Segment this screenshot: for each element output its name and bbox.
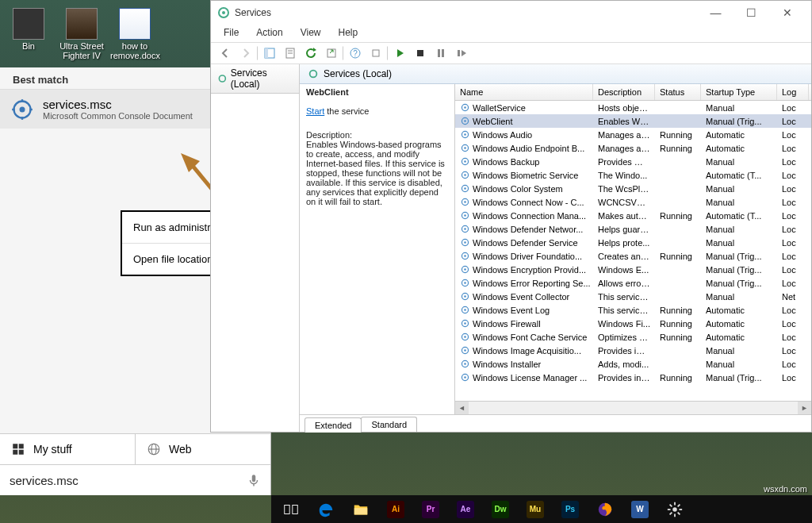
service-row[interactable]: Windows Defender Networ...Helps guard...… — [455, 222, 811, 236]
svg-point-35 — [219, 75, 225, 82]
taskbar-settings[interactable] — [658, 497, 691, 522]
svg-rect-32 — [442, 49, 444, 57]
service-row[interactable]: Windows Encryption Provid...Windows E...… — [455, 263, 811, 276]
taskbar-photoshop[interactable]: Ps — [553, 497, 587, 522]
desktop-icon-game[interactable]: Ultra Street Fighter IV — [57, 8, 106, 60]
tab-extended[interactable]: Extended — [304, 417, 362, 433]
list-header: Services (Local) — [300, 64, 811, 84]
svg-point-78 — [464, 376, 465, 378]
col-startup-type[interactable]: Startup Type — [701, 84, 777, 100]
scroll-right-button[interactable]: ► — [798, 402, 811, 415]
taskbar-edge[interactable] — [309, 497, 343, 522]
service-row[interactable]: WalletServiceHosts objec...ManualLoc — [455, 101, 811, 114]
service-row[interactable]: Windows Error Reporting Se...Allows erro… — [455, 276, 811, 290]
windows-icon — [11, 442, 25, 456]
search-tab-mystuff[interactable]: My stuff — [0, 434, 136, 464]
tab-standard[interactable]: Standard — [361, 417, 417, 432]
service-row[interactable]: Windows AudioManages au...RunningAutomat… — [455, 128, 811, 141]
service-row[interactable]: Windows Event LogThis service ...Running… — [455, 303, 811, 317]
service-row[interactable]: Windows Driver Foundatio...Creates and..… — [455, 249, 811, 263]
services-list: Name Description Status Startup Type Log… — [455, 84, 811, 414]
svg-line-88 — [670, 504, 672, 506]
tree-node-services-local[interactable]: Services (Local) — [211, 64, 299, 94]
search-tab-web[interactable]: Web — [136, 434, 270, 464]
refresh-button[interactable] — [301, 44, 320, 62]
properties-button[interactable] — [281, 44, 300, 62]
titlebar[interactable]: Services — ☐ ✕ — [211, 1, 811, 25]
search-result-subtitle: Microsoft Common Console Document — [43, 111, 193, 121]
back-button[interactable] — [216, 44, 235, 62]
menu-view[interactable]: View — [293, 25, 329, 42]
start-service-link[interactable]: Start — [306, 106, 324, 116]
start-service-button[interactable] — [390, 44, 409, 62]
menu-file[interactable]: File — [216, 25, 247, 42]
taskbar-premiere[interactable]: Pr — [414, 497, 447, 522]
service-row[interactable]: Windows BackupProvides Wi...ManualLoc — [455, 155, 811, 168]
taskbar-task-view[interactable] — [274, 497, 308, 522]
description-label: Description: — [306, 130, 448, 140]
column-headers: Name Description Status Startup Type Log — [455, 84, 811, 101]
svg-point-18 — [222, 11, 225, 14]
service-row[interactable]: Windows Event CollectorThis service ...M… — [455, 290, 811, 303]
svg-rect-13 — [252, 475, 256, 482]
restart-service-button[interactable] — [452, 44, 471, 62]
svg-marker-24 — [313, 48, 316, 52]
forward-button[interactable] — [236, 44, 255, 62]
search-input-box[interactable]: services.msc — [0, 464, 270, 495]
pause-service-button[interactable] — [431, 44, 450, 62]
stop-service-button[interactable] — [411, 44, 430, 62]
svg-point-58 — [464, 241, 465, 243]
export-button[interactable] — [322, 44, 341, 62]
service-row[interactable]: Windows FirewallWindows Fi...RunningAuto… — [455, 317, 811, 330]
close-button[interactable]: ✕ — [769, 1, 805, 25]
svg-point-83 — [672, 507, 677, 512]
col-status[interactable]: Status — [655, 84, 701, 100]
service-row[interactable]: Windows InstallerAdds, modi...ManualLoc — [455, 357, 811, 371]
service-row[interactable]: Windows Font Cache ServiceOptimizes p...… — [455, 330, 811, 344]
service-row[interactable]: Windows Connection Mana...Makes auto...R… — [455, 209, 811, 222]
desktop-icons: Bin Ultra Street Fighter IV how to remov… — [4, 8, 159, 60]
svg-rect-9 — [19, 450, 24, 455]
desktop-icon-bin[interactable]: Bin — [4, 8, 53, 60]
col-description[interactable]: Description — [593, 84, 655, 100]
taskbar-muse[interactable]: Mu — [519, 497, 552, 522]
taskbar-illustrator[interactable]: Ai — [379, 497, 412, 522]
service-row[interactable]: Windows Image Acquisitio...Provides im..… — [455, 344, 811, 357]
service-row[interactable]: Windows Connect Now - C...WCNCSVC ...Man… — [455, 195, 811, 209]
svg-point-54 — [464, 214, 465, 216]
service-row[interactable]: Windows License Manager ...Provides inf.… — [455, 371, 811, 384]
taskbar: Ai Pr Ae Dw Mu Ps W — [271, 495, 812, 523]
col-logon[interactable]: Log — [777, 84, 809, 100]
taskbar-dreamweaver[interactable]: Dw — [484, 497, 517, 522]
taskbar-aftereffects[interactable]: Ae — [449, 497, 482, 522]
menu-help[interactable]: Help — [331, 25, 366, 42]
microphone-icon[interactable] — [247, 471, 261, 489]
taskbar-explorer[interactable] — [344, 497, 377, 522]
tree-pane: Services (Local) — [211, 64, 300, 432]
svg-point-66 — [464, 295, 465, 297]
svg-rect-79 — [285, 505, 289, 513]
help-button[interactable]: ? — [346, 44, 365, 62]
maximize-button[interactable]: ☐ — [733, 1, 769, 25]
svg-point-76 — [464, 363, 465, 364]
svg-rect-31 — [438, 49, 440, 57]
taskbar-word[interactable]: W — [623, 497, 657, 522]
extra-button[interactable] — [366, 44, 385, 62]
desktop-icon-docx[interactable]: how to remove.docx — [110, 8, 159, 60]
menu-action[interactable]: Action — [248, 25, 290, 42]
service-row[interactable]: Windows Color SystemThe WcsPlu...ManualL… — [455, 182, 811, 195]
horizontal-scrollbar[interactable]: ◄ ► — [455, 401, 811, 414]
service-row[interactable]: WebClientEnables Win...Manual (Trig...Lo… — [455, 114, 811, 128]
scroll-left-button[interactable]: ◄ — [455, 402, 469, 415]
service-row[interactable]: Windows Audio Endpoint B...Manages au...… — [455, 141, 811, 155]
svg-point-44 — [464, 147, 465, 148]
svg-marker-29 — [397, 49, 404, 57]
show-hide-tree-button[interactable] — [260, 44, 279, 62]
minimize-button[interactable]: — — [698, 1, 733, 25]
taskbar-firefox[interactable] — [588, 497, 622, 522]
service-row[interactable]: Windows Defender ServiceHelps prote...Ma… — [455, 236, 811, 249]
service-row[interactable]: Windows Biometric ServiceThe Windo...Aut… — [455, 168, 811, 182]
col-name[interactable]: Name — [455, 84, 593, 100]
svg-point-74 — [464, 349, 465, 351]
search-query: services.msc — [10, 474, 247, 487]
